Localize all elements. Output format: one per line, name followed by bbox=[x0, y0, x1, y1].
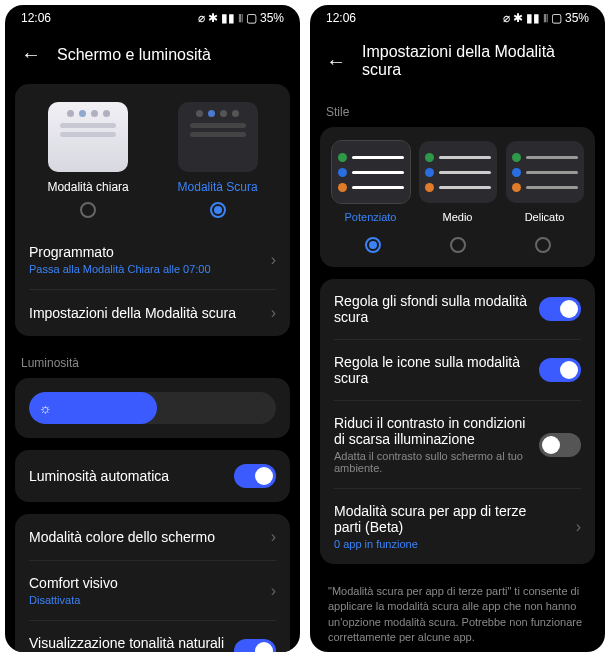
theme-card: Modalità chiara Modalità Scura bbox=[15, 84, 290, 336]
bluetooth-icon: ✱ bbox=[513, 11, 523, 25]
header: ← Impostazioni della Modalità scura bbox=[310, 31, 605, 97]
style-enhanced[interactable]: Potenziato bbox=[330, 141, 411, 223]
reduce-contrast-row[interactable]: Riduci il contrasto in condizioni di sca… bbox=[320, 401, 595, 488]
reduce-contrast-sub: Adatta il contrasto sullo schermo al tuo… bbox=[334, 450, 534, 474]
reduce-contrast-title: Riduci il contrasto in condizioni di sca… bbox=[334, 415, 534, 447]
auto-brightness-row[interactable]: Luminosità automatica bbox=[15, 450, 290, 502]
time: 12:06 bbox=[21, 11, 51, 25]
right-screen: 12:06 ⌀ ✱ ▮▮ ⫴ ▢ 35% ← Impostazioni dell… bbox=[310, 5, 605, 652]
scheduled-sub: Passa alla Modalità Chiara alle 07:00 bbox=[29, 263, 211, 275]
battery-pct: 35% bbox=[260, 11, 284, 25]
natural-tone-row[interactable]: Visualizzazione tonalità naturali Regola… bbox=[15, 621, 290, 652]
chevron-icon: › bbox=[271, 528, 276, 546]
scheduled-title: Programmato bbox=[29, 244, 211, 260]
brightness-section-label: Luminosità bbox=[5, 348, 300, 378]
comfort-sub: Disattivata bbox=[29, 594, 118, 606]
auto-brightness-card: Luminosità automatica bbox=[15, 450, 290, 502]
light-label: Modalità chiara bbox=[47, 180, 128, 194]
natural-tone-toggle[interactable] bbox=[234, 639, 276, 653]
time: 12:06 bbox=[326, 11, 356, 25]
adjust-wallpaper-toggle[interactable] bbox=[539, 297, 581, 321]
natural-tone-title: Visualizzazione tonalità naturali bbox=[29, 635, 224, 651]
battery-pct: 35% bbox=[565, 11, 589, 25]
brightness-slider[interactable]: ☼ bbox=[29, 392, 276, 424]
third-party-row[interactable]: Modalità scura per app di terze parti (B… bbox=[320, 489, 595, 564]
theme-light-option[interactable]: Modalità chiara bbox=[47, 102, 128, 218]
chevron-icon: › bbox=[271, 582, 276, 600]
theme-select: Modalità chiara Modalità Scura bbox=[15, 84, 290, 230]
chevron-icon: › bbox=[576, 518, 581, 536]
reduce-contrast-toggle[interactable] bbox=[539, 433, 581, 457]
adjust-icons-toggle[interactable] bbox=[539, 358, 581, 382]
signal-icon: ▮▮ bbox=[221, 11, 235, 25]
style-section-label: Stile bbox=[310, 97, 605, 127]
wifi-icon: ⫴ bbox=[238, 11, 243, 25]
status-icons: ⌀ ✱ ▮▮ ⫴ ▢ 35% bbox=[503, 11, 589, 25]
style-gentle[interactable]: Delicato bbox=[504, 141, 585, 223]
adjust-icons-row[interactable]: Regola le icone sulla modalità scura bbox=[320, 340, 595, 400]
auto-brightness-toggle[interactable] bbox=[234, 464, 276, 488]
dark-preview bbox=[178, 102, 258, 172]
gentle-label: Delicato bbox=[525, 211, 565, 223]
back-icon[interactable]: ← bbox=[21, 43, 41, 66]
sun-icon: ☼ bbox=[39, 400, 52, 416]
status-bar: 12:06 ⌀ ✱ ▮▮ ⫴ ▢ 35% bbox=[310, 5, 605, 31]
status-icons: ⌀ ✱ ▮▮ ⫴ ▢ 35% bbox=[198, 11, 284, 25]
battery-icon: ▢ bbox=[551, 11, 562, 25]
wifi-icon: ⫴ bbox=[543, 11, 548, 25]
page-title: Schermo e luminosità bbox=[57, 46, 211, 64]
light-radio[interactable] bbox=[80, 202, 96, 218]
dark-settings-label: Impostazioni della Modalità scura bbox=[29, 305, 236, 321]
dark-options-card: Regola gli sfondi sulla modalità scura R… bbox=[320, 279, 595, 564]
battery-icon: ▢ bbox=[246, 11, 257, 25]
gentle-radio[interactable] bbox=[535, 237, 551, 253]
dark-radio[interactable] bbox=[210, 202, 226, 218]
style-medium[interactable]: Medio bbox=[417, 141, 498, 223]
comfort-title: Comfort visivo bbox=[29, 575, 118, 591]
dark-settings-row[interactable]: Impostazioni della Modalità scura › bbox=[15, 290, 290, 336]
dark-label: Modalità Scura bbox=[178, 180, 258, 194]
auto-brightness-label: Luminosità automatica bbox=[29, 468, 169, 484]
medium-radio[interactable] bbox=[450, 237, 466, 253]
chevron-icon: › bbox=[271, 251, 276, 269]
page-title: Impostazioni della Modalità scura bbox=[362, 43, 589, 79]
adjust-wallpaper-row[interactable]: Regola gli sfondi sulla modalità scura bbox=[320, 279, 595, 339]
brightness-card: ☼ bbox=[15, 378, 290, 438]
third-party-sub: 0 app in funzione bbox=[334, 538, 554, 550]
mute-icon: ⌀ bbox=[198, 11, 205, 25]
back-icon[interactable]: ← bbox=[326, 50, 346, 73]
chevron-icon: › bbox=[271, 304, 276, 322]
header: ← Schermo e luminosità bbox=[5, 31, 300, 84]
third-party-title: Modalità scura per app di terze parti (B… bbox=[334, 503, 554, 535]
enhanced-radio[interactable] bbox=[365, 237, 381, 253]
scheduled-row[interactable]: Programmato Passa alla Modalità Chiara a… bbox=[15, 230, 290, 289]
medium-label: Medio bbox=[443, 211, 473, 223]
adjust-icons-label: Regola le icone sulla modalità scura bbox=[334, 354, 534, 386]
signal-icon: ▮▮ bbox=[526, 11, 540, 25]
left-screen: 12:06 ⌀ ✱ ▮▮ ⫴ ▢ 35% ← Schermo e luminos… bbox=[5, 5, 300, 652]
theme-dark-option[interactable]: Modalità Scura bbox=[178, 102, 258, 218]
adjust-wallpaper-label: Regola gli sfondi sulla modalità scura bbox=[334, 293, 534, 325]
status-bar: 12:06 ⌀ ✱ ▮▮ ⫴ ▢ 35% bbox=[5, 5, 300, 31]
enhanced-label: Potenziato bbox=[345, 211, 397, 223]
light-preview bbox=[48, 102, 128, 172]
bluetooth-icon: ✱ bbox=[208, 11, 218, 25]
color-mode-row[interactable]: Modalità colore dello schermo › bbox=[15, 514, 290, 560]
style-card: Potenziato Medio Delicato bbox=[320, 127, 595, 267]
mute-icon: ⌀ bbox=[503, 11, 510, 25]
footer-note: "Modalità scura per app di terze parti" … bbox=[310, 576, 605, 652]
style-select: Potenziato Medio Delicato bbox=[320, 127, 595, 233]
display-options-card: Modalità colore dello schermo › Comfort … bbox=[15, 514, 290, 652]
comfort-row[interactable]: Comfort visivo Disattivata › bbox=[15, 561, 290, 620]
color-mode-label: Modalità colore dello schermo bbox=[29, 529, 215, 545]
